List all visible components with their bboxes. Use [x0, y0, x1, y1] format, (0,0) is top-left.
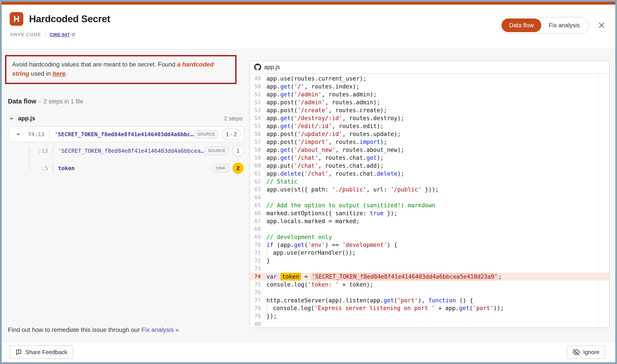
data-flow-heading: Data flow - 2 steps in 1 file: [8, 98, 244, 105]
code-text: app.get('/', routes.index);: [267, 83, 360, 90]
code-text: app.locals.marked = marked;: [267, 218, 360, 224]
code-line: 68: [250, 225, 609, 233]
header-right: Data flow Fix analysis: [500, 17, 605, 34]
here-link[interactable]: here: [52, 70, 65, 77]
code-text: });: [267, 313, 277, 320]
data-flow-step[interactable]: :5 token SINK 2: [9, 162, 244, 174]
file-name: app.js: [18, 115, 35, 122]
view-toggle: Data flow Fix analysis: [500, 17, 589, 34]
line-number: 52: [250, 99, 267, 105]
code-text: app.get('/about_new', routes.about_new);: [267, 147, 404, 153]
code-text: app.get('/destroy/:id', routes.destroy);: [267, 115, 404, 121]
code-line: 50app.get('/', routes.index);: [250, 82, 609, 91]
code-text: app.get('/edit/:id', routes.edit);: [267, 123, 384, 130]
steps-list: 74:13 'SECRET_TOKEN_f8ed84e8f41e4146403d…: [9, 126, 244, 174]
code-line: 77http.createServer(app).listen(app.get(…: [250, 297, 609, 304]
chevron-down-icon[interactable]: [9, 116, 14, 121]
indent-guide: [267, 249, 267, 256]
code-line: 61app.delete('/chat', routes.chat.delete…: [250, 170, 609, 178]
code-text: app.delete('/chat', routes.chat.delete);: [267, 170, 404, 177]
cwe-link[interactable]: CWE-547: [50, 32, 75, 37]
code-line: 49app.use(routes.current_user);: [250, 75, 609, 82]
issue-panel: H Hardcoded Secret SNYK CODE CWE-547 Dat…: [2, 2, 615, 362]
data-flow-panel: Avoid hardcoding values that are meant t…: [5, 55, 244, 342]
code-line: 51app.get('/admin', routes.admin);: [250, 91, 609, 98]
code-line: 76: [250, 288, 609, 297]
line-number: 53: [250, 107, 267, 113]
data-flow-step[interactable]: :13 'SECRET_TOKEN_f8ed84e8f41e4146403dd4…: [9, 145, 244, 157]
file-steps-count: 2 steps: [224, 115, 243, 122]
ignore-button[interactable]: Ignore: [567, 346, 605, 359]
x-icon: [598, 21, 605, 29]
line-number: 55: [250, 123, 267, 129]
code-text: app.post('/create', routes.create);: [267, 107, 387, 114]
header-left: H Hardcoded Secret SNYK CODE CWE-547: [10, 12, 110, 38]
tab-data-flow[interactable]: Data flow: [501, 18, 541, 32]
code-viewer[interactable]: 49app.use(routes.current_user);50app.get…: [250, 74, 609, 328]
code-line: 52app.post('/admin', routes.admin);: [250, 98, 609, 106]
code-text: console.log('Express server listening on…: [267, 305, 504, 312]
line-number: 65: [250, 202, 267, 208]
code-text: app.put('/chat', routes.chat.add);: [267, 162, 384, 169]
code-line: 54app.get('/destroy/:id', routes.destroy…: [250, 114, 609, 122]
divider: [53, 164, 53, 172]
code-text: marked.setOptions({ sanitize: true });: [267, 210, 398, 217]
data-flow-step[interactable]: 74:13 'SECRET_TOKEN_f8ed84e8f41e4146403d…: [9, 126, 244, 142]
tab-fix-analysis[interactable]: Fix analysis: [541, 18, 587, 32]
header: H Hardcoded Secret SNYK CODE CWE-547 Dat…: [2, 5, 615, 49]
code-text: app.post('/update/:id', routes.update);: [267, 131, 401, 137]
line-number: 50: [250, 83, 267, 90]
code-line: 72}: [250, 257, 609, 265]
code-text: var token = 'SECRET_TOKEN_f8ed84e8f41e41…: [267, 273, 502, 280]
sink-badge: SINK: [213, 164, 229, 172]
code-line: 57app.post('/import', routes.import);: [250, 138, 609, 146]
line-number: 60: [250, 163, 267, 169]
step-location: :13: [33, 148, 48, 154]
code-lines: 49app.use(routes.current_user);50app.get…: [250, 75, 609, 328]
code-panel-header: app.js: [250, 61, 609, 74]
code-text: app.use(routes.current_user);: [267, 75, 366, 82]
footer: Share Feedback Ignore: [2, 342, 615, 362]
line-number: 71: [250, 250, 267, 256]
data-flow-meta: 2 steps in 1 file: [44, 98, 83, 105]
code-line: 53app.post('/create', routes.create);: [250, 106, 609, 114]
page-title: Hardcoded Secret: [29, 13, 110, 25]
line-number: 57: [250, 139, 267, 145]
code-line: 63app.use(st({ path: './public', url: '/…: [250, 185, 609, 194]
step-location: :5: [33, 165, 48, 171]
close-button[interactable]: [598, 21, 605, 29]
fix-analysis-link[interactable]: Fix analysis »: [141, 326, 179, 333]
share-feedback-button[interactable]: Share Feedback: [10, 346, 73, 359]
eye-off-icon: [573, 349, 580, 356]
code-line: 55app.get('/edit/:id', routes.edit);: [250, 122, 609, 130]
issue-message-text: Avoid hardcoding values that are meant t…: [12, 61, 177, 68]
code-text: app.post('/import', routes.import);: [267, 139, 387, 145]
code-text: // Add the option to output (sanitized!)…: [267, 202, 435, 209]
divider: [49, 130, 50, 138]
chevron-down-icon[interactable]: [16, 132, 21, 137]
github-icon: [254, 64, 261, 71]
code-panel: app.js 49app.use(routes.current_user);50…: [249, 61, 609, 328]
code-line: 66marked.setOptions({ sanitize: true });: [250, 209, 609, 217]
cwe-link-label: CWE-547: [50, 32, 70, 37]
line-number: 69: [250, 234, 267, 240]
code-text: app.get('/admin', routes.admin);: [267, 91, 377, 98]
file-group-row[interactable]: app.js 2 steps: [9, 115, 244, 122]
line-number: 56: [250, 131, 267, 137]
code-line: 79});: [250, 312, 609, 320]
code-line: 58app.get('/about_new', routes.about_new…: [250, 146, 609, 154]
code-text: // development only: [267, 234, 332, 240]
line-number: 68: [250, 226, 267, 232]
source-label: SNYK CODE: [10, 32, 41, 37]
code-text: app.use(errorHandler());: [267, 249, 356, 257]
step-label: token: [58, 165, 213, 171]
step-number-badge: 1: [232, 145, 244, 156]
remediation-text: Find out how to remediate this issue thr…: [8, 326, 141, 333]
data-flow-title: Data flow: [8, 98, 36, 105]
code-line: 67app.locals.marked = marked;: [250, 217, 609, 225]
divider: [53, 147, 53, 155]
code-text: }: [267, 258, 270, 264]
dash: -: [39, 98, 41, 105]
step-number-badge: 2: [232, 162, 244, 174]
line-number: 70: [250, 242, 267, 248]
